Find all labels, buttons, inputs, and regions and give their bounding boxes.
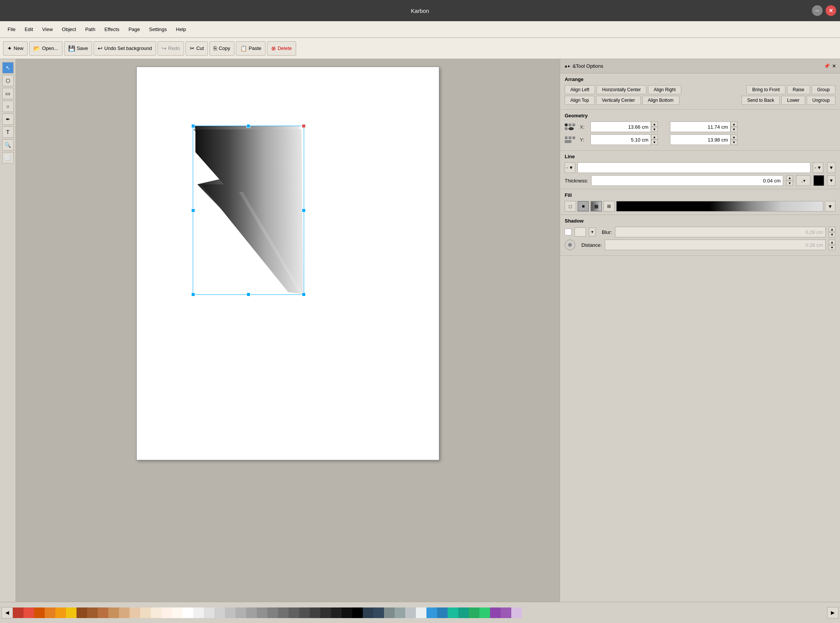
line-dash-dropdown[interactable]: - ▼ <box>565 162 575 173</box>
palette-color-35[interactable] <box>384 607 395 618</box>
y-spin-up-2[interactable]: ▲ <box>731 134 737 140</box>
undo-button[interactable]: ↩ Undo Set background <box>94 41 156 56</box>
x-spin-down-1[interactable]: ▼ <box>651 127 658 132</box>
palette-color-32[interactable] <box>352 607 363 618</box>
y-spin-up-1[interactable]: ▲ <box>651 134 658 140</box>
fill-gradient-btn[interactable]: ▦ <box>590 201 602 212</box>
pen-tool[interactable]: ✒ <box>2 114 14 125</box>
palette-color-5[interactable] <box>66 607 77 618</box>
palette-color-18[interactable] <box>204 607 214 618</box>
text-tool[interactable]: T <box>2 126 14 138</box>
palette-color-22[interactable] <box>246 607 257 618</box>
palette-color-36[interactable] <box>395 607 405 618</box>
palette-color-17[interactable] <box>193 607 204 618</box>
blur-spin-up[interactable]: ▲ <box>829 227 835 232</box>
menu-object[interactable]: Object <box>58 25 80 34</box>
distance-spin-up[interactable]: ▲ <box>829 240 835 245</box>
palette-color-13[interactable] <box>151 607 161 618</box>
line-end-dropdown[interactable]: - ▼ <box>813 162 823 173</box>
gradient-tool[interactable]: ⬜ <box>2 152 14 164</box>
thickness-spin-up[interactable]: ▲ <box>786 175 793 181</box>
stroke-color-dropdown[interactable]: ▼ <box>827 175 835 186</box>
palette-color-28[interactable] <box>310 607 320 618</box>
palette-color-24[interactable] <box>267 607 278 618</box>
vertically-center-button[interactable]: Vertically Center <box>596 96 640 105</box>
panel-close-icon[interactable]: ✕ <box>832 63 836 69</box>
palette-color-21[interactable] <box>236 607 246 618</box>
palette-color-20[interactable] <box>225 607 236 618</box>
palette-color-41[interactable] <box>448 607 458 618</box>
x-spin-up-2[interactable]: ▲ <box>731 121 737 127</box>
palette-color-31[interactable] <box>342 607 352 618</box>
ungroup-button[interactable]: Ungroup <box>807 96 835 105</box>
copy-button[interactable]: ⎘ Copy <box>209 41 234 56</box>
palette-color-14[interactable] <box>161 607 172 618</box>
palette-color-39[interactable] <box>426 607 437 618</box>
menu-edit[interactable]: Edit <box>21 25 37 34</box>
x-value-input-2[interactable] <box>670 121 731 132</box>
palette-color-40[interactable] <box>437 607 448 618</box>
thickness-input[interactable] <box>591 175 783 186</box>
rect-tool[interactable]: ▭ <box>2 88 14 99</box>
distance-spin-down[interactable]: ▼ <box>829 245 835 250</box>
x-spin-down-2[interactable]: ▼ <box>731 127 737 132</box>
palette-color-0[interactable] <box>13 607 23 618</box>
palette-color-9[interactable] <box>108 607 119 618</box>
canvas[interactable] <box>136 67 439 460</box>
palette-color-1[interactable] <box>23 607 34 618</box>
new-button[interactable]: ✦ New <box>3 41 28 56</box>
palette-color-2[interactable] <box>34 607 45 618</box>
palette-color-12[interactable] <box>140 607 151 618</box>
y-spin-down-1[interactable]: ▼ <box>651 140 658 145</box>
node-tool[interactable]: ⬡ <box>2 75 14 86</box>
menu-view[interactable]: View <box>38 25 56 34</box>
delete-button[interactable]: ⊗ Delete <box>267 41 296 56</box>
palette-color-38[interactable] <box>416 607 426 618</box>
palette-color-26[interactable] <box>289 607 299 618</box>
palette-color-23[interactable] <box>257 607 267 618</box>
palette-color-34[interactable] <box>373 607 384 618</box>
close-button[interactable]: ✕ <box>826 5 836 16</box>
palette-color-25[interactable] <box>278 607 289 618</box>
line-end-style-btn[interactable]: ..▾ <box>796 175 810 186</box>
fill-none-btn[interactable]: □ <box>565 201 576 212</box>
menu-help[interactable]: Help <box>172 25 190 34</box>
palette-color-42[interactable] <box>458 607 469 618</box>
palette-color-3[interactable] <box>45 607 55 618</box>
palette-color-15[interactable] <box>172 607 183 618</box>
bring-to-front-button[interactable]: Bring to Front <box>746 85 785 94</box>
minimize-button[interactable]: ─ <box>812 5 823 16</box>
raise-button[interactable]: Raise <box>787 85 810 94</box>
palette-color-11[interactable] <box>130 607 140 618</box>
group-button[interactable]: Group <box>812 85 835 94</box>
blur-spin-down[interactable]: ▼ <box>829 232 835 237</box>
zoom-tool[interactable]: 🔍 <box>2 139 14 151</box>
redo-button[interactable]: ↪ Redo <box>158 41 184 56</box>
select-tool[interactable]: ↖ <box>2 62 14 73</box>
palette-color-4[interactable] <box>55 607 66 618</box>
fill-solid-btn[interactable]: ■ <box>578 201 589 212</box>
palette-color-43[interactable] <box>469 607 479 618</box>
palette-scroll-right[interactable]: ▶ <box>827 607 838 618</box>
align-bottom-button[interactable]: Align Bottom <box>642 96 679 105</box>
palette-color-27[interactable] <box>299 607 310 618</box>
fill-color-dropdown[interactable]: ▼ <box>825 201 835 212</box>
lower-button[interactable]: Lower <box>781 96 805 105</box>
horizontally-center-button[interactable]: Horizontally Center <box>596 85 646 94</box>
line-cap-dropdown[interactable]: ▼ <box>827 162 835 173</box>
y-value-input-1[interactable] <box>590 134 651 145</box>
x-value-input-1[interactable] <box>590 121 651 132</box>
y-value-input-2[interactable] <box>670 134 731 145</box>
ellipse-tool[interactable]: ○ <box>2 101 14 112</box>
align-left-button[interactable]: Align Left <box>565 85 595 94</box>
cut-button[interactable]: ✂ Cut <box>186 41 208 56</box>
blur-input[interactable] <box>615 227 826 237</box>
palette-color-45[interactable] <box>490 607 501 618</box>
align-right-button[interactable]: Align Right <box>648 85 681 94</box>
palette-color-16[interactable] <box>183 607 193 618</box>
palette-color-44[interactable] <box>479 607 490 618</box>
open-button[interactable]: 📂 Open... <box>29 41 62 56</box>
menu-page[interactable]: Page <box>125 25 144 34</box>
menu-file[interactable]: File <box>4 25 19 34</box>
palette-color-30[interactable] <box>331 607 342 618</box>
